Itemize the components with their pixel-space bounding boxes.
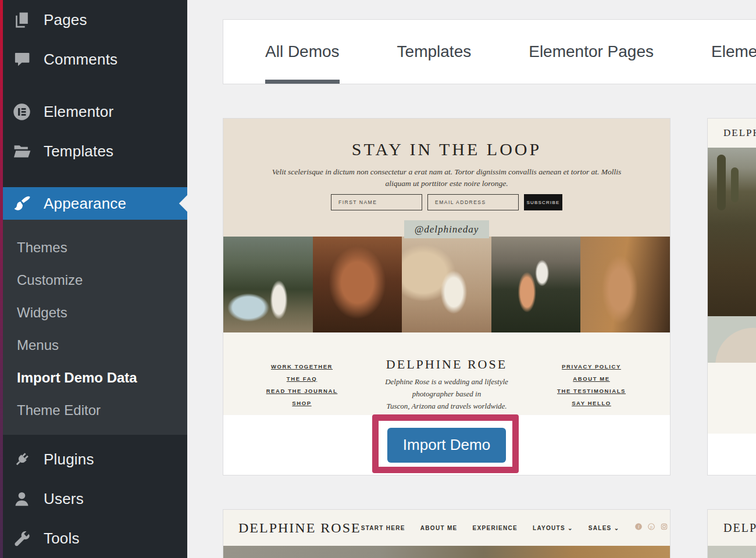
subscribe-button: SUBSCRIBE bbox=[524, 194, 562, 210]
newsletter-body: Velit scelerisque in dictum non consecte… bbox=[223, 166, 670, 189]
photo-portrait bbox=[313, 237, 402, 332]
sidebar-item-appearance[interactable]: Appearance bbox=[3, 187, 187, 220]
admin-sidebar: Pages Comments Elementor Templates bbox=[3, 0, 187, 558]
site-nav: START HERE ABOUT ME EXPERIENCE LAYOUTS ⌄… bbox=[361, 525, 620, 531]
sidebar-item-label: Elementor bbox=[44, 103, 113, 121]
photo-desert-cactus bbox=[708, 148, 756, 316]
partial-card-brand: DELPHINE ROSE bbox=[708, 510, 756, 546]
sidebar-item-label: Templates bbox=[44, 142, 113, 160]
tools-wrench-icon bbox=[13, 530, 31, 548]
footer-link: PRIVACY POLICY bbox=[513, 360, 670, 373]
tab-label: Elemen bbox=[711, 42, 756, 61]
current-menu-arrow bbox=[179, 195, 195, 212]
preview-footer: WORK TOGETHER THE FAQ READ THE JOURNAL S… bbox=[223, 332, 670, 415]
nav-item: ABOUT ME bbox=[420, 525, 458, 531]
footer-link: THE FAQ bbox=[223, 373, 380, 385]
footer-about: Delphine Rose is a wedding and lifestyle… bbox=[380, 375, 513, 412]
appearance-submenu: Themes Customize Widgets Menus Import De… bbox=[3, 220, 187, 435]
comments-icon bbox=[13, 51, 31, 69]
site-logo: DELPHINE ROSE bbox=[238, 520, 361, 536]
sidebar-separator bbox=[3, 171, 187, 187]
svg-text:p: p bbox=[650, 525, 652, 530]
sidebar-bottom-group: Plugins Users Tools bbox=[3, 435, 187, 558]
tab-label: Elementor Pages bbox=[529, 42, 654, 61]
preview-cream-section bbox=[708, 363, 756, 434]
instagram-icon bbox=[660, 523, 668, 533]
photo-flowing-dress bbox=[580, 237, 670, 332]
appearance-brush-icon bbox=[13, 195, 31, 213]
sidebar-item-label: Tools bbox=[44, 530, 80, 548]
first-name-field: FIRST NAME bbox=[331, 194, 422, 210]
sidebar-item-label: Pages bbox=[44, 11, 87, 29]
photo-couple-field bbox=[223, 546, 670, 558]
email-address-field: EMAIL ADDRESS bbox=[427, 194, 519, 210]
sidebar-item-pages[interactable]: Pages bbox=[3, 0, 187, 40]
sidebar-item-label: Comments bbox=[44, 51, 117, 69]
pinterest-icon: p bbox=[647, 523, 655, 533]
sidebar-item-label: Appearance bbox=[44, 195, 126, 213]
footer-link: SHOP bbox=[223, 397, 380, 409]
nav-item: LAYOUTS ⌄ bbox=[533, 525, 573, 531]
tab-label: Templates bbox=[397, 42, 472, 61]
footer-link: THE TESTIMONIALS bbox=[513, 385, 670, 397]
tab-all-demos[interactable]: All Demos bbox=[265, 20, 340, 84]
sidebar-item-users[interactable]: Users bbox=[3, 479, 187, 518]
footer-brand-block: DELPHINE ROSE Delphine Rose is a wedding… bbox=[380, 357, 513, 415]
submenu-item-widgets[interactable]: Widgets bbox=[3, 296, 187, 329]
sidebar-item-plugins[interactable]: Plugins bbox=[3, 439, 187, 479]
facebook-icon: f bbox=[634, 523, 643, 533]
footer-brand: DELPHINE ROSE bbox=[380, 357, 513, 372]
submenu-item-import-demo-data[interactable]: Import Demo Data bbox=[3, 362, 187, 394]
sidebar-item-label: Plugins bbox=[44, 450, 94, 468]
footer-link: SAY HELLO bbox=[513, 397, 670, 409]
submenu-item-themes[interactable]: Themes bbox=[3, 231, 187, 264]
demo-card-delphine-rose-2: DELPHINE ROSE START HERE ABOUT ME EXPERI… bbox=[223, 509, 671, 558]
demo-preview-image: STAY IN THE LOOP Velit scelerisque in di… bbox=[223, 119, 670, 415]
submenu-item-customize[interactable]: Customize bbox=[3, 264, 187, 296]
templates-folder-icon bbox=[13, 142, 31, 160]
nav-item: EXPERIENCE bbox=[473, 525, 518, 531]
demo-card-partial-bottom: DELPHINE ROSE bbox=[707, 509, 756, 558]
nav-item: SALES ⌄ bbox=[589, 525, 620, 531]
newsletter-form: FIRST NAME EMAIL ADDRESS SUBSCRIBE bbox=[223, 194, 670, 210]
footer-link: READ THE JOURNAL bbox=[223, 385, 380, 397]
preview-photo-strip bbox=[223, 237, 670, 332]
sidebar-item-comments[interactable]: Comments bbox=[3, 40, 187, 79]
photo-coffee bbox=[402, 237, 491, 332]
footer-link: WORK TOGETHER bbox=[223, 360, 380, 373]
footer-links-right: PRIVACY POLICY ABOUT ME THE TESTIMONIALS… bbox=[513, 360, 670, 415]
window-edge-strip bbox=[0, 0, 3, 558]
site-social-icons: f p bbox=[634, 523, 671, 533]
photo-couple-dancing bbox=[491, 237, 581, 332]
submenu-item-theme-editor[interactable]: Theme Editor bbox=[3, 394, 187, 427]
elementor-icon bbox=[13, 103, 31, 121]
newsletter-body-line2: aliquam ut porttitor este noire loronge. bbox=[223, 178, 670, 189]
sidebar-item-elementor[interactable]: Elementor bbox=[3, 92, 187, 131]
demo-card-partial-top: DELPHINE ROSE bbox=[707, 118, 756, 475]
pages-icon bbox=[13, 11, 31, 29]
footer-links-left: WORK TOGETHER THE FAQ READ THE JOURNAL S… bbox=[223, 360, 380, 415]
footer-about-line2: Tuscon, Arizona and travels worldwide. bbox=[380, 400, 513, 412]
photo-wedding-car bbox=[223, 237, 313, 332]
preview-newsletter-section: STAY IN THE LOOP Velit scelerisque in di… bbox=[223, 119, 670, 237]
tab-templates[interactable]: Templates bbox=[397, 20, 472, 84]
newsletter-heading: STAY IN THE LOOP bbox=[223, 140, 670, 159]
submenu-item-menus[interactable]: Menus bbox=[3, 329, 187, 362]
tab-label: All Demos bbox=[265, 42, 340, 61]
partial-card-brand: DELPHINE ROSE bbox=[708, 119, 756, 148]
photo-arch-section bbox=[708, 316, 756, 363]
tab-elementor-pages[interactable]: Elementor Pages bbox=[529, 20, 654, 84]
newsletter-body-line1: Velit scelerisque in dictum non consecte… bbox=[223, 166, 670, 178]
card-bottom-area bbox=[708, 434, 756, 475]
footer-link: ABOUT ME bbox=[513, 373, 670, 385]
sidebar-item-tools[interactable]: Tools bbox=[3, 518, 187, 558]
sidebar-item-templates[interactable]: Templates bbox=[3, 131, 187, 171]
preview-site-header: DELPHINE ROSE START HERE ABOUT ME EXPERI… bbox=[223, 510, 670, 546]
preview-sage-section bbox=[708, 546, 756, 558]
tab-elementor-cut[interactable]: Elemen bbox=[711, 20, 756, 84]
demo-filter-tabbar: All Demos Templates Elementor Pages Elem… bbox=[223, 19, 756, 84]
nav-item: START HERE bbox=[361, 525, 405, 531]
sidebar-separator bbox=[3, 79, 187, 92]
import-demo-highlight-annotation bbox=[372, 414, 519, 473]
instagram-handle-badge: @delphineday bbox=[404, 220, 489, 238]
